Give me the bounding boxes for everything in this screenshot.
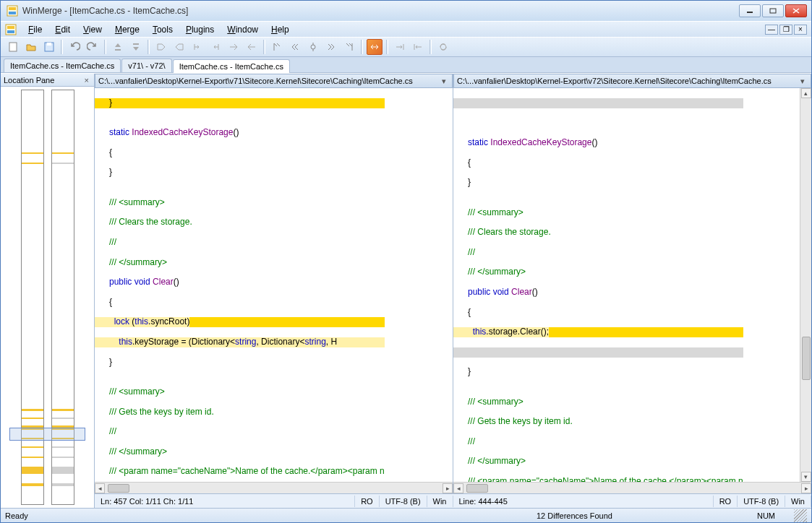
merge-all-left-icon[interactable] [244,39,260,55]
toolbar-separator [386,40,388,54]
menu-plugins[interactable]: Plugins [180,23,220,36]
refresh-icon[interactable] [435,39,451,55]
refresh-left-icon[interactable] [392,39,408,55]
scroll-thumb[interactable] [466,484,488,493]
last-diff-icon[interactable] [341,39,357,55]
scroll-right-icon[interactable]: ▸ [443,483,453,493]
scroll-up-icon[interactable]: ▴ [801,88,811,98]
window-title: WinMerge - [ItemCache.cs - ItemCache.cs] [22,6,739,16]
location-cursor[interactable] [9,428,85,441]
titlebar[interactable]: WinMerge - [ItemCache.cs - ItemCache.cs] [1,1,811,21]
first-diff-icon[interactable] [269,39,285,55]
toolbar-separator [361,40,363,54]
location-bar-left[interactable] [21,90,44,505]
toolbar-separator [429,40,432,54]
diff-next-group-icon[interactable] [128,39,144,55]
menu-edit[interactable]: Edit [49,23,76,36]
prev-diff-icon[interactable] [287,39,303,55]
copy-right-icon[interactable] [189,39,205,55]
scroll-down-icon[interactable]: ▾ [801,472,811,482]
left-cursor-pos: Ln: 457 Col: 1/11 Ch: 1/11 [95,496,355,507]
left-code[interactable]: } static IndexedCacheKeyStorage() { } //… [95,88,453,482]
svg-rect-9 [7,30,14,33]
footer-numlock: NUM [757,511,775,520]
menu-merge[interactable]: Merge [109,23,145,36]
toolbar-separator [104,40,106,54]
scroll-left-icon[interactable]: ◂ [95,483,105,493]
toolbar-separator [148,40,150,54]
resize-grip-icon[interactable] [794,509,807,522]
svg-rect-2 [9,12,16,14]
mdi-app-icon [5,24,17,35]
menu-view[interactable]: View [77,23,108,36]
left-pane: C:\...vanfalier\Desktop\Kernel-Export\v7… [95,74,453,493]
right-path-dropdown-icon[interactable]: ▾ [798,77,808,86]
left-path-dropdown-icon[interactable]: ▾ [439,77,449,86]
pane-statusbars: Ln: 457 Col: 1/11 Ch: 1/11 RO UTF-8 (B) … [95,493,811,508]
maximize-button[interactable] [762,4,784,17]
menubar: File Edit View Merge Tools Plugins Windo… [1,21,811,37]
svg-point-13 [311,45,315,49]
mdi-close-button[interactable]: × [794,25,807,35]
left-path-bar[interactable]: C:\...vanfalier\Desktop\Kernel-Export\v7… [95,74,453,88]
current-diff-icon[interactable] [305,39,321,55]
right-cursor-pos: Line: 444-445 [453,496,714,507]
open-icon[interactable] [23,39,39,55]
next-diff-icon[interactable] [323,39,339,55]
copy-left-icon[interactable] [208,39,223,55]
merge-all-right-icon[interactable] [226,39,242,55]
undo-icon[interactable] [67,39,82,55]
doc-tabs: ItemCache.cs - ItemCache.cs v71\ - v72\ … [1,57,811,73]
mdi-restore-button[interactable]: ❐ [779,25,792,35]
right-path-text: C:\...vanfalier\Desktop\Kernel-Export\v7… [457,77,772,85]
copy-right-all-icon[interactable] [153,39,169,55]
location-pane-close-icon[interactable]: × [82,76,91,85]
close-button[interactable] [785,4,807,17]
svg-rect-4 [770,9,776,13]
right-vscrollbar[interactable]: ▴ ▾ [800,88,811,482]
left-path-text: C:\...vanfalier\Desktop\Kernel-Export\v7… [98,77,413,85]
svg-rect-12 [47,43,51,46]
scroll-thumb[interactable] [108,484,129,493]
right-eol: Win [785,496,811,507]
menu-file[interactable]: File [22,23,48,36]
location-pane: Location Pane × [1,74,95,508]
left-eol: Win [427,496,453,507]
toolbar-separator [61,40,63,54]
menu-tools[interactable]: Tools [147,23,179,36]
menu-help[interactable]: Help [265,23,295,36]
save-icon[interactable] [41,39,57,55]
new-icon[interactable] [5,39,21,55]
right-path-bar[interactable]: C:\...vanfalier\Desktop\Kernel-Export\v7… [453,74,811,88]
doc-tab-2[interactable]: v71\ - v72\ [121,59,171,72]
svg-rect-10 [9,43,17,51]
svg-rect-1 [9,7,16,10]
diff-prev-group-icon[interactable] [110,39,126,55]
compare-panes: C:\...vanfalier\Desktop\Kernel-Export\v7… [95,74,811,508]
mdi-minimize-button[interactable]: — [765,25,778,35]
scroll-right-icon[interactable]: ▸ [801,483,811,493]
right-encoding: UTF-8 (B) [738,496,785,507]
redo-icon[interactable] [85,39,101,55]
menu-window[interactable]: Window [221,23,264,36]
svg-rect-8 [7,26,14,29]
minimize-button[interactable] [739,4,761,17]
workspace: Location Pane × [1,73,811,508]
copy-left-all-icon[interactable] [171,39,187,55]
doc-tab-3[interactable]: ItemCache.cs - ItemCache.cs [173,59,290,73]
scroll-left-icon[interactable]: ◂ [453,483,463,493]
right-hscrollbar[interactable]: ◂ ▸ [453,482,811,493]
left-statusbar: Ln: 457 Col: 1/11 Ch: 1/11 RO UTF-8 (B) … [95,493,453,508]
right-statusbar: Line: 444-445 RO UTF-8 (B) Win [453,493,812,508]
left-hscrollbar[interactable]: ◂ ▸ [95,482,453,493]
left-readonly-badge: RO [355,496,380,507]
app-icon [7,5,18,17]
location-bar-right[interactable] [51,90,74,505]
doc-tab-1[interactable]: ItemCache.cs - ItemCache.cs [4,59,121,72]
scroll-thumb[interactable] [802,337,811,380]
refresh-right-icon[interactable] [410,39,426,55]
app-window: WinMerge - [ItemCache.cs - ItemCache.cs]… [0,0,812,523]
view-whitespace-icon[interactable] [367,39,383,55]
location-pane-body[interactable] [1,87,94,508]
right-code[interactable]: static IndexedCacheKeyStorage() { } /// … [453,88,811,482]
